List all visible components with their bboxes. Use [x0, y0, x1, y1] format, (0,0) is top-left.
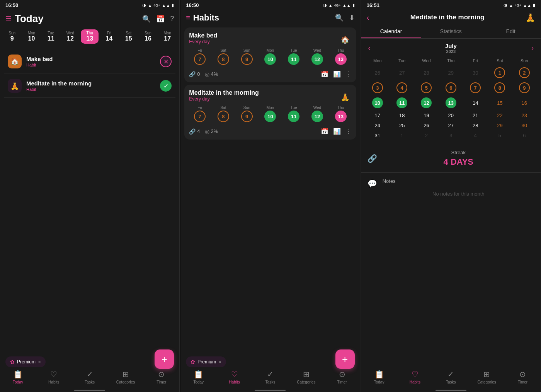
date-item-17[interactable]: Mon17	[158, 29, 176, 44]
cal-day-1[interactable]: 1	[488, 66, 511, 80]
search-icon[interactable]: 🔍	[142, 15, 151, 23]
nav-item-timer[interactable]: ⊙ Timer	[143, 370, 179, 384]
nav-item-categories[interactable]: ⊞ Categories	[108, 370, 144, 384]
cal-day-8[interactable]: 8	[488, 81, 511, 95]
card-stats-icon[interactable]: 📊	[333, 128, 341, 135]
cal-day-10[interactable]: 10	[366, 96, 389, 110]
cal-day-27[interactable]: 27	[439, 121, 463, 130]
habit-card[interactable]: Make bed Every day 🏠 Fri 7 Sat 8 Sun 9 M…	[184, 27, 356, 82]
date-item-12[interactable]: Wed12	[61, 29, 79, 44]
menu-icon[interactable]: ☰	[5, 15, 12, 23]
nav-item-today[interactable]: 📋 Today	[180, 370, 216, 384]
cal-day-24[interactable]: 24	[366, 121, 389, 130]
card-more-icon[interactable]: ⋮	[345, 128, 352, 135]
habit-row[interactable]: 🏠 Make bed Habit ✕	[4, 50, 175, 73]
habits-search-icon[interactable]: 🔍	[335, 14, 344, 22]
premium-badge-2[interactable]: ✿ Premium ✕	[186, 356, 226, 367]
cal-day-25[interactable]: 25	[390, 121, 413, 130]
premium-close-icon-2[interactable]: ✕	[218, 360, 221, 364]
cal-day-15[interactable]: 15	[488, 96, 511, 110]
cal-day-6[interactable]: 6	[439, 81, 463, 95]
cal-dow-wed: Wed	[415, 57, 438, 65]
nav-item-habits[interactable]: ♡ Habits	[397, 370, 433, 384]
card-more-icon[interactable]: ⋮	[345, 70, 352, 78]
add-habit-fab[interactable]: +	[155, 349, 174, 369]
cal-next-button[interactable]: ›	[529, 44, 536, 52]
cal-day-23[interactable]: 23	[513, 111, 536, 120]
nav-item-tasks[interactable]: ✓ Tasks	[433, 370, 469, 384]
calendar-month-header: ‹ July 2023 ›	[366, 43, 536, 54]
premium-badge[interactable]: ✿ Premium ✕	[5, 356, 46, 367]
date-item-11[interactable]: Tue11	[42, 29, 60, 44]
cal-day-31[interactable]: 31	[366, 131, 389, 140]
date-item-13[interactable]: Thu13	[81, 29, 99, 44]
habit-card-info: Make bed Every day	[189, 32, 217, 48]
date-item-16[interactable]: Sun16	[139, 29, 157, 44]
cal-prev-button[interactable]: ‹	[366, 44, 373, 52]
cal-day-7[interactable]: 7	[464, 81, 487, 95]
habit-card[interactable]: Meditate in the morning Every day 🧘 Fri …	[184, 85, 356, 140]
notes-section: 💬 Notes No notes for this month	[361, 172, 541, 206]
cal-day-18[interactable]: 18	[390, 111, 413, 120]
cal-day-14[interactable]: 14	[464, 96, 487, 110]
nav-item-timer[interactable]: ⊙ Timer	[505, 370, 541, 384]
day-label: Wed	[313, 106, 321, 110]
date-item-15[interactable]: Sat15	[120, 29, 138, 44]
cal-day-26: 26	[366, 66, 389, 80]
cal-dow-sun: Sun	[513, 57, 536, 65]
date-num: 9	[10, 35, 14, 42]
premium-close-icon[interactable]: ✕	[38, 360, 41, 364]
status-bar-1: 16:50 ◑ ▲ 4G+ ▲▲ ▮	[0, 0, 179, 10]
tab-edit[interactable]: Edit	[481, 24, 541, 38]
cal-day-19[interactable]: 19	[415, 111, 438, 120]
cal-day-22[interactable]: 22	[488, 111, 511, 120]
cal-day-26[interactable]: 26	[415, 121, 438, 130]
cal-day-5[interactable]: 5	[415, 81, 438, 95]
cal-day-16[interactable]: 16	[513, 96, 536, 110]
tab-calendar[interactable]: Calendar	[361, 24, 421, 38]
calendar-icon[interactable]: 📅	[156, 15, 165, 23]
card-calendar-icon[interactable]: 📅	[321, 128, 328, 135]
date-strip: Sun9Mon10Tue11Wed12Thu13Fri14Sat15Sun16M…	[0, 27, 179, 46]
nav-item-timer[interactable]: ⊙ Timer	[324, 370, 360, 384]
cal-day-28[interactable]: 28	[464, 121, 487, 130]
cal-day-12[interactable]: 12	[415, 96, 438, 110]
date-item-14[interactable]: Fri14	[100, 29, 118, 44]
nav-item-tasks[interactable]: ✓ Tasks	[72, 370, 108, 384]
nav-item-habits[interactable]: ♡ Habits	[216, 370, 252, 384]
habit-check-button[interactable]: ✓	[160, 80, 172, 92]
cal-day-30[interactable]: 30	[513, 121, 536, 130]
card-calendar-icon[interactable]: 📅	[321, 70, 328, 78]
date-item-9[interactable]: Sun9	[3, 29, 21, 44]
date-item-10[interactable]: Mon10	[22, 29, 40, 44]
habit-row[interactable]: 🧘 Meditate in the morning Habit ✓	[4, 74, 175, 98]
help-icon[interactable]: ?	[170, 15, 174, 23]
cal-day-13[interactable]: 13	[439, 96, 463, 110]
cal-day-4[interactable]: 4	[390, 81, 413, 95]
habit-uncheck-button[interactable]: ✕	[160, 56, 172, 67]
habits-download-icon[interactable]: ⬇	[349, 14, 355, 22]
cal-day-20[interactable]: 20	[439, 111, 463, 120]
card-icon: 🧘	[339, 90, 352, 104]
habit-cards: Make bed Every day 🏠 Fri 7 Sat 8 Sun 9 M…	[180, 25, 360, 142]
card-stats-icon[interactable]: 📊	[333, 70, 341, 78]
tab-statistics[interactable]: Statistics	[421, 24, 481, 38]
nav-item-today[interactable]: 📋 Today	[361, 370, 397, 384]
cal-day-3[interactable]: 3	[366, 81, 389, 95]
nav-item-habits[interactable]: ♡ Habits	[36, 370, 72, 384]
cal-day-2: 2	[415, 131, 438, 140]
cal-day-29[interactable]: 29	[488, 121, 511, 130]
cal-day-9[interactable]: 9	[513, 81, 536, 95]
add-habit-fab-2[interactable]: +	[335, 349, 355, 369]
nav-item-categories[interactable]: ⊞ Categories	[288, 370, 324, 384]
nav-item-tasks[interactable]: ✓ Tasks	[252, 370, 288, 384]
nav-item-categories[interactable]: ⊞ Categories	[469, 370, 505, 384]
cal-day-2[interactable]: 2	[513, 66, 536, 80]
back-button[interactable]: ‹	[367, 13, 369, 22]
cal-day-17[interactable]: 17	[366, 111, 389, 120]
cal-day-11[interactable]: 11	[390, 96, 413, 110]
habits-menu-icon[interactable]: ≡	[186, 14, 190, 22]
nav-label: Tasks	[446, 380, 456, 384]
cal-day-21[interactable]: 21	[464, 111, 487, 120]
nav-item-today[interactable]: 📋 Today	[0, 370, 36, 384]
